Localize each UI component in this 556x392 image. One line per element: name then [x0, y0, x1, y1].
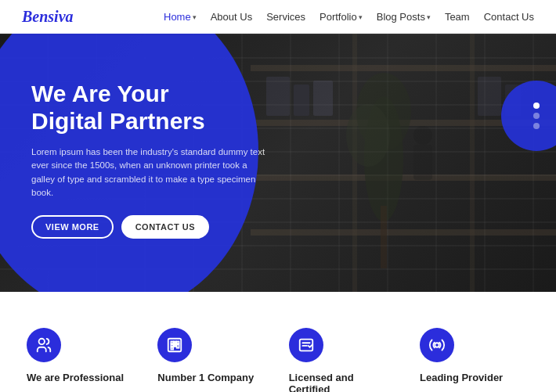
nav-portfolio[interactable]: Portfolio ▾ [320, 11, 363, 23]
svg-rect-2 [251, 174, 556, 181]
svg-rect-21 [177, 341, 179, 343]
feature-title-1: We are Professional [27, 372, 132, 383]
nav-contact[interactable]: Contact Us [484, 11, 534, 23]
svg-rect-14 [381, 206, 387, 268]
svg-rect-6 [266, 77, 290, 116]
features-section: We are Professional Vivamus in eros leo.… [0, 292, 556, 392]
svg-rect-4 [352, 34, 357, 292]
feature-icon-3 [289, 328, 323, 362]
svg-rect-24 [171, 347, 174, 350]
feature-icon-4 [420, 328, 454, 362]
svg-rect-3 [251, 229, 556, 236]
nav-services[interactable]: Services [266, 11, 305, 23]
svg-rect-7 [294, 85, 309, 116]
nav-home[interactable]: Home ▾ [164, 11, 197, 23]
svg-rect-9 [478, 77, 501, 116]
svg-rect-5 [470, 34, 475, 292]
nav-about[interactable]: About Us [211, 11, 252, 23]
svg-point-15 [413, 126, 432, 145]
nav-team[interactable]: Team [445, 11, 470, 23]
contact-us-button[interactable]: CONTACT US [121, 215, 209, 239]
hero-section: We Are Your Digital Partners Lorem ipsum… [0, 34, 556, 292]
hero-content: We Are Your Digital Partners Lorem ipsum… [31, 81, 266, 239]
hero-heading: We Are Your Digital Partners [31, 81, 266, 135]
svg-point-29 [435, 343, 439, 347]
feature-title-4: Leading Provider [420, 372, 525, 383]
nav-blog[interactable]: Blog Posts ▾ [377, 11, 431, 23]
chevron-down-icon: ▾ [193, 13, 197, 21]
feature-title-2: Number 1 Company [157, 372, 262, 383]
chevron-down-icon: ▾ [359, 13, 363, 21]
hero-description: Lorem ipsum has been the industry's stan… [31, 146, 266, 200]
svg-point-13 [346, 104, 390, 167]
feature-card-4: Leading Provider Vivamus in eros leo. Cr… [412, 320, 537, 392]
logo[interactable]: Bensiva [22, 8, 74, 26]
nav-dot-1[interactable] [533, 102, 540, 109]
feature-card-1: We are Professional Vivamus in eros leo.… [19, 320, 144, 392]
chevron-down-icon: ▾ [427, 13, 431, 21]
hero-buttons: VIEW MORE CONTACT US [31, 215, 266, 239]
navbar: Bensiva Home ▾ About Us Services Portfol… [0, 0, 556, 34]
svg-rect-23 [174, 344, 176, 347]
feature-icon-2 [157, 328, 192, 362]
nav-dot-2[interactable] [533, 113, 540, 119]
svg-point-17 [39, 339, 45, 344]
svg-rect-22 [171, 344, 174, 347]
svg-rect-20 [174, 341, 176, 343]
feature-card-3: Licensed and Certified Vivamus in eros l… [281, 320, 406, 392]
view-more-button[interactable]: VIEW MORE [31, 215, 114, 239]
feature-title-3: Licensed and Certified [289, 372, 394, 392]
feature-card-2: Number 1 Company Vivamus in eros leo. Cr… [150, 320, 275, 392]
nav-links: Home ▾ About Us Services Portfolio ▾ Blo… [164, 11, 534, 23]
nav-dot-3[interactable] [533, 123, 540, 129]
svg-rect-25 [177, 344, 179, 348]
svg-rect-8 [313, 81, 333, 116]
svg-rect-16 [413, 145, 432, 180]
feature-icon-1 [27, 328, 61, 362]
svg-rect-19 [171, 341, 174, 343]
svg-rect-0 [251, 65, 556, 71]
